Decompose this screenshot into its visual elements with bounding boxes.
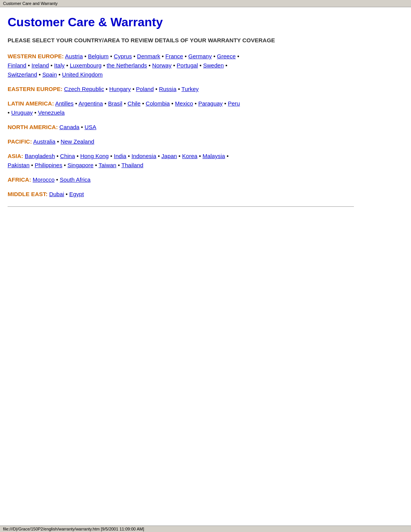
country-link-poland[interactable]: Poland: [136, 86, 154, 92]
country-link-morocco[interactable]: Morocco: [33, 176, 55, 183]
country-link-denmark[interactable]: Denmark: [137, 53, 160, 59]
country-link-norway[interactable]: Norway: [152, 62, 172, 69]
country-link-australia[interactable]: Australia: [33, 138, 55, 145]
country-link-italy[interactable]: Italy: [54, 62, 65, 69]
country-link-brasil[interactable]: Brasil: [108, 100, 123, 107]
country-link-japan[interactable]: Japan: [161, 153, 177, 159]
country-link-singapore[interactable]: Singapore: [67, 162, 93, 168]
country-link-germany[interactable]: Germany: [188, 53, 212, 59]
region-label-middle-east: MIDDLE EAST:: [8, 191, 48, 197]
country-link-south-africa[interactable]: South Africa: [60, 176, 91, 183]
country-link-austria[interactable]: Austria: [65, 53, 83, 59]
country-link-colombia[interactable]: Colombia: [146, 100, 170, 107]
region-label-pacific: PACIFIC:: [8, 138, 32, 145]
country-link-malaysia[interactable]: Malaysia: [202, 153, 225, 159]
country-link-spain[interactable]: Spain: [42, 71, 57, 78]
page-title: Customer Care & Warranty: [8, 15, 354, 29]
country-link-antilles[interactable]: Antilles: [55, 100, 73, 107]
country-link-luxembourg[interactable]: Luxembourg: [70, 62, 101, 69]
country-link-peru[interactable]: Peru: [228, 100, 240, 107]
country-link-usa[interactable]: USA: [84, 124, 96, 130]
country-link-hong-kong[interactable]: Hong Kong: [80, 153, 109, 159]
country-link-korea[interactable]: Korea: [182, 153, 198, 159]
country-link-pakistan[interactable]: Pakistan: [8, 162, 30, 168]
country-link-mexico[interactable]: Mexico: [175, 100, 193, 107]
region-label-asia: ASIA:: [8, 153, 23, 159]
country-link-united-kingdom[interactable]: United Kingdom: [62, 71, 103, 78]
region-africa: AFRICA: Morocco • South Africa: [8, 175, 354, 184]
region-western-europe: WESTERN EUROPE: Austria • Belgium • Cypr…: [8, 52, 354, 79]
country-link-indonesia[interactable]: Indonesia: [131, 153, 156, 159]
browser-tab-bar: Customer Care and Warranty: [0, 0, 411, 7]
page-subtitle: PLEASE SELECT YOUR COUNTRY/AREA TO REVIE…: [8, 36, 354, 44]
country-link-france[interactable]: France: [166, 53, 183, 59]
country-link-taiwan[interactable]: Taiwan: [99, 162, 116, 168]
country-link-venezuela[interactable]: Venezuela: [38, 109, 65, 116]
country-link-thailand[interactable]: Thailand: [121, 162, 143, 168]
region-middle-east: MIDDLE EAST: Dubai • Egypt: [8, 190, 354, 199]
country-link-portugal[interactable]: Portugal: [177, 62, 198, 69]
country-link-chile[interactable]: Chile: [127, 100, 140, 107]
country-link-egypt[interactable]: Egypt: [69, 191, 84, 197]
country-link-philippines[interactable]: Philippines: [35, 162, 62, 168]
region-label-africa: AFRICA:: [8, 176, 31, 183]
page-divider: [8, 206, 354, 207]
country-link-russia[interactable]: Russia: [159, 86, 177, 92]
country-link-turkey[interactable]: Turkey: [182, 86, 199, 92]
country-link-cyprus[interactable]: Cyprus: [114, 53, 132, 59]
region-label-eastern-europe: EASTERN EUROPE:: [8, 86, 62, 92]
region-eastern-europe: EASTERN EUROPE: Czech Republic • Hungary…: [8, 85, 354, 94]
country-link-new-zealand[interactable]: New Zealand: [61, 138, 94, 145]
country-link-ireland[interactable]: Ireland: [32, 62, 49, 69]
country-link-hungary[interactable]: Hungary: [109, 86, 131, 92]
main-content: Customer Care & Warranty PLEASE SELECT Y…: [0, 7, 365, 218]
region-asia: ASIA: Bangladesh • China • Hong Kong • I…: [8, 152, 354, 170]
country-link-netherlands[interactable]: the Netherlands: [107, 62, 147, 69]
country-link-india[interactable]: India: [114, 153, 126, 159]
country-link-china[interactable]: China: [60, 153, 75, 159]
region-latin-america: LATIN AMERICA: Antilles • Argentina • Br…: [8, 99, 354, 117]
region-label-latin-america: LATIN AMERICA:: [8, 100, 54, 107]
country-link-paraguay[interactable]: Paraguay: [198, 100, 223, 107]
country-link-finland[interactable]: Finland: [8, 62, 26, 69]
country-link-switzerland[interactable]: Switzerland: [8, 71, 37, 78]
country-link-argentina[interactable]: Argentina: [78, 100, 103, 107]
country-link-bangladesh[interactable]: Bangladesh: [25, 153, 55, 159]
tab-title: Customer Care and Warranty: [3, 1, 57, 6]
country-link-greece[interactable]: Greece: [217, 53, 236, 59]
country-link-canada[interactable]: Canada: [59, 124, 80, 130]
country-link-czech-republic[interactable]: Czech Republic: [64, 86, 104, 92]
country-link-dubai[interactable]: Dubai: [49, 191, 64, 197]
country-link-belgium[interactable]: Belgium: [88, 53, 108, 59]
country-link-uruguay[interactable]: Uruguay: [11, 109, 33, 116]
region-label-western-europe: WESTERN EUROPE:: [8, 53, 64, 59]
region-north-america: NORTH AMERICA: Canada • USA: [8, 123, 354, 132]
region-pacific: PACIFIC: Australia • New Zealand: [8, 137, 354, 146]
country-link-sweden[interactable]: Sweden: [203, 62, 224, 69]
region-label-north-america: NORTH AMERICA:: [8, 124, 58, 130]
